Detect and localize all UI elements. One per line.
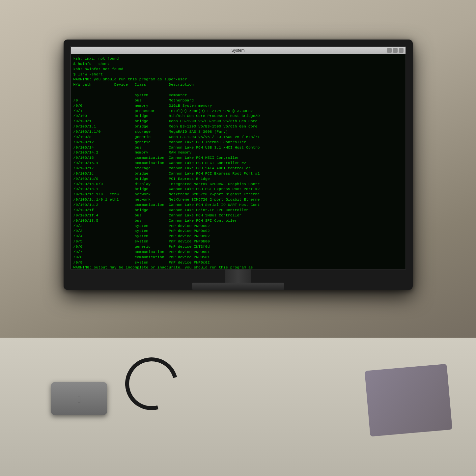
window-controls	[387, 48, 404, 53]
title-bar: System	[71, 47, 406, 54]
monitor-stand-base	[192, 283, 284, 290]
monitor-stand-neck	[225, 269, 251, 283]
window-title: System	[231, 48, 244, 53]
maximize-button[interactable]	[393, 48, 398, 53]
close-button[interactable]	[399, 48, 404, 53]
monitor-screen: System ksh: inxi: not found $ hwinfo --s…	[70, 46, 406, 269]
terminal-window[interactable]: ksh: inxi: not found $ hwinfo --short ks…	[71, 54, 406, 269]
minimize-button[interactable]	[387, 48, 392, 53]
mac-mini: 	[51, 382, 107, 415]
terminal-output: ksh: inxi: not found $ hwinfo --short ks…	[73, 56, 403, 269]
apple-logo-icon: 	[77, 395, 81, 405]
monitor: System ksh: inxi: not found $ hwinfo --s…	[64, 40, 413, 290]
desk-item-bag	[365, 364, 452, 436]
